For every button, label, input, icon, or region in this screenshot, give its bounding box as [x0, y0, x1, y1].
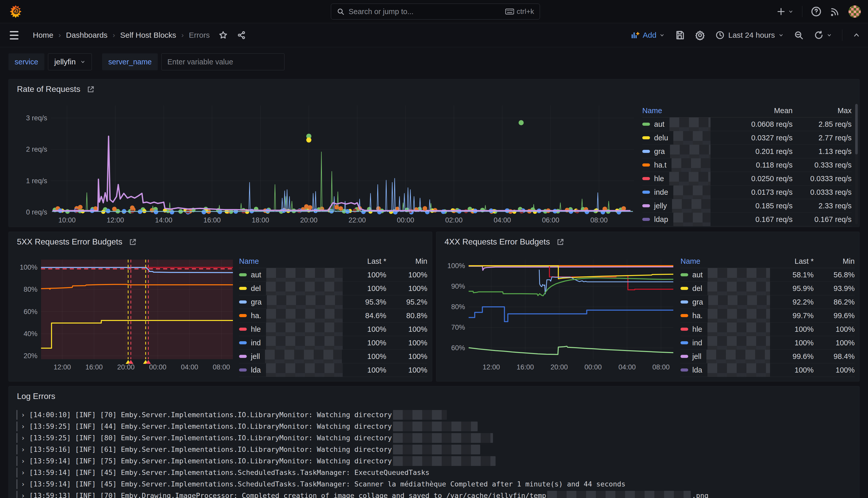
panel-title[interactable]: 4XX Requests Error Budgets: [444, 237, 564, 247]
legend-row[interactable]: jelly0.185 req/s2.33 req/s: [642, 199, 852, 213]
log-row[interactable]: ›[13:59:14] [INF] [75] Emby.Server.Imple…: [16, 455, 853, 467]
log-row[interactable]: ›[13:59:25] [INF] [44] Emby.Server.Imple…: [16, 420, 853, 432]
legend-row[interactable]: jell99.6%98.4%: [681, 350, 855, 363]
legend-row[interactable]: hle100%100%: [681, 323, 855, 336]
legend-row[interactable]: ha.t0.118 req/s0.333 req/s: [642, 158, 852, 172]
series-name[interactable]: ha.: [251, 312, 261, 320]
log-row[interactable]: ›[13:59:14] [INF] [45] Emby.Server.Imple…: [16, 478, 853, 490]
series-name[interactable]: hle: [251, 325, 261, 333]
series-name[interactable]: ind: [251, 339, 261, 347]
series-name[interactable]: aut: [692, 271, 703, 279]
legend-scrollbar[interactable]: [855, 104, 858, 224]
zoom-out-icon[interactable]: [794, 30, 804, 40]
time-range-picker[interactable]: Last 24 hours: [716, 30, 784, 40]
legend-row[interactable]: hle0.0250 req/s0.0333 req/s: [642, 172, 852, 185]
panel-title[interactable]: Rate of Requests: [17, 84, 95, 94]
help-icon[interactable]: [811, 6, 821, 17]
5xx-error-budgets-chart[interactable]: 12:0016:0020:0000:0004:0008:0020%40%60%8…: [12, 255, 236, 375]
legend-row[interactable]: ldap0.167 req/s0.167 req/s: [642, 213, 852, 226]
expand-chevron-icon[interactable]: ›: [21, 480, 25, 488]
legend-row[interactable]: aut58.1%56.8%: [681, 268, 855, 282]
share-icon[interactable]: [237, 30, 246, 40]
log-row[interactable]: ›[13:59:14] [INF] [45] Emby.Server.Imple…: [16, 467, 853, 478]
series-name[interactable]: ldap: [654, 215, 668, 224]
series-name[interactable]: aut: [251, 271, 261, 279]
panel-title[interactable]: 5XX Requests Error Budgets: [17, 237, 137, 247]
legend-row[interactable]: lda100%100%: [681, 363, 855, 377]
variable-input-server-name[interactable]: [161, 53, 284, 70]
series-name[interactable]: del: [692, 284, 702, 293]
legend-row[interactable]: ha.84.6%80.8%: [239, 309, 427, 323]
external-link-icon[interactable]: [87, 86, 95, 93]
new-button[interactable]: [776, 7, 793, 16]
series-name[interactable]: gra: [251, 298, 262, 306]
series-name[interactable]: gra: [654, 147, 665, 156]
breadcrumb-home[interactable]: Home: [33, 31, 53, 40]
menu-toggle-button[interactable]: [10, 31, 18, 40]
expand-chevron-icon[interactable]: ›: [21, 446, 25, 453]
legend-row[interactable]: gra0.201 req/s1.13 req/s: [642, 145, 852, 158]
search-input[interactable]: [349, 8, 501, 16]
panel-title[interactable]: Log Errors: [17, 392, 55, 401]
legend-row[interactable]: lda100%100%: [239, 363, 427, 377]
legend-row[interactable]: gra95.3%95.2%: [239, 295, 427, 309]
save-dashboard-icon[interactable]: [675, 30, 685, 40]
legend-header[interactable]: NameLast *Min: [239, 254, 427, 268]
external-link-icon[interactable]: [129, 238, 137, 246]
legend-row[interactable]: del100%100%: [239, 282, 427, 295]
series-name[interactable]: ha.: [692, 312, 703, 320]
4xx-error-budgets-chart[interactable]: 12:0016:0020:0000:0004:0008:0060%70%80%9…: [440, 255, 676, 375]
series-name[interactable]: aut: [654, 120, 664, 129]
legend-row[interactable]: inde0.0173 req/s0.0333 req/s: [642, 185, 852, 199]
legend-row[interactable]: gra92.2%86.2%: [681, 295, 855, 309]
news-rss-icon[interactable]: [830, 7, 840, 16]
legend-row[interactable]: del95.9%93.9%: [681, 282, 855, 295]
collapse-caret-icon[interactable]: [853, 31, 860, 39]
series-name[interactable]: jell: [692, 352, 701, 361]
grafana-logo-icon[interactable]: [9, 5, 23, 18]
add-panel-button[interactable]: Add: [630, 30, 665, 40]
legend-row[interactable]: hle100%100%: [239, 323, 427, 336]
log-row[interactable]: ›[13:59:13] [INF] [70] Emby.Drawing.Imag…: [16, 490, 853, 498]
expand-chevron-icon[interactable]: ›: [21, 411, 25, 419]
series-name[interactable]: ind: [692, 339, 702, 347]
expand-chevron-icon[interactable]: ›: [21, 422, 25, 430]
global-search[interactable]: ctrl+k: [331, 4, 540, 19]
legend-header[interactable]: NameLast *Min: [681, 254, 855, 268]
series-name[interactable]: ha.t: [654, 161, 666, 169]
breadcrumb-dashboards[interactable]: Dashboards: [66, 31, 107, 40]
legend-row[interactable]: aut100%100%: [239, 268, 427, 282]
series-name[interactable]: jell: [251, 352, 260, 361]
legend-header[interactable]: NameMeanMax: [642, 104, 852, 118]
legend-row[interactable]: ind100%100%: [681, 336, 855, 350]
expand-chevron-icon[interactable]: ›: [21, 457, 25, 465]
series-name[interactable]: lda: [251, 366, 261, 374]
variable-select-service[interactable]: jellyfin: [48, 53, 92, 70]
breadcrumb-folder[interactable]: Self Host Blocks: [120, 31, 176, 40]
expand-chevron-icon[interactable]: ›: [21, 492, 25, 498]
log-row[interactable]: ›[13:59:16] [INF] [61] Emby.Server.Imple…: [16, 444, 853, 455]
settings-gear-icon[interactable]: [695, 30, 705, 40]
series-name[interactable]: delu: [654, 134, 668, 142]
log-row[interactable]: ›[14:00:10] [INF] [70] Emby.Server.Imple…: [16, 409, 853, 420]
series-name[interactable]: jelly: [654, 202, 667, 210]
series-name[interactable]: del: [251, 284, 261, 293]
external-link-icon[interactable]: [557, 238, 564, 246]
legend-row[interactable]: jell100%100%: [239, 350, 427, 363]
legend-row[interactable]: ha.99.7%99.6%: [681, 309, 855, 323]
series-name[interactable]: gra: [692, 298, 703, 306]
expand-chevron-icon[interactable]: ›: [21, 469, 25, 476]
user-avatar[interactable]: [849, 5, 861, 18]
refresh-button[interactable]: [814, 30, 832, 40]
series-name[interactable]: hle: [654, 174, 664, 183]
series-name[interactable]: hle: [692, 325, 702, 333]
favorite-star-icon[interactable]: [218, 30, 228, 40]
rate-of-requests-chart[interactable]: 10:0012:0014:0016:0018:0020:0022:0000:00…: [12, 101, 638, 226]
log-row[interactable]: ›[13:59:25] [INF] [80] Emby.Server.Imple…: [16, 432, 853, 444]
legend-row[interactable]: aut0.0608 req/s2.85 req/s: [642, 118, 852, 131]
legend-row[interactable]: ind100%100%: [239, 336, 427, 350]
series-name[interactable]: inde: [654, 188, 668, 197]
expand-chevron-icon[interactable]: ›: [21, 434, 25, 442]
series-name[interactable]: lda: [692, 366, 702, 374]
legend-row[interactable]: delu0.0327 req/s2.77 req/s: [642, 131, 852, 145]
